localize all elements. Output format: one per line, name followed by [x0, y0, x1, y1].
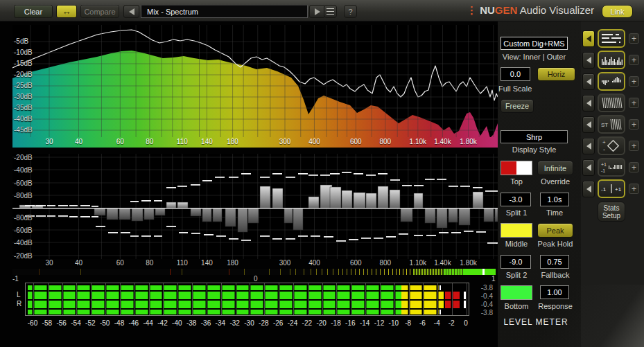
stats-setup-button[interactable]: StatsSetup: [598, 202, 625, 222]
split2-label: Split 2: [501, 271, 532, 279]
correlation-tick: [170, 269, 171, 275]
db-axis-label: -80dB: [14, 214, 33, 222]
module-collapse-button[interactable]: [582, 73, 595, 90]
correlation-tick: [327, 269, 328, 275]
freq-axis-label: 180: [221, 259, 245, 267]
module-collapse-button[interactable]: [582, 30, 595, 47]
help-button[interactable]: ?: [344, 5, 357, 18]
module-bar-histogram-button[interactable]: [598, 51, 625, 69]
db-axis-label: -40dB: [14, 166, 33, 174]
left-triangle-icon: [586, 78, 591, 85]
brand-logo: ⋮ NUGEN Audio Visualizer: [467, 4, 594, 17]
horiz-button[interactable]: Horiz: [537, 67, 575, 81]
correlation-tick: [392, 269, 393, 275]
clear-button[interactable]: Clear: [14, 5, 53, 18]
module-levels-lines-button[interactable]: [598, 29, 625, 48]
freeze-button[interactable]: Freeze: [501, 99, 534, 113]
module-add-button[interactable]: +: [629, 76, 639, 87]
split1-value[interactable]: -3.0: [501, 193, 531, 206]
compare-button[interactable]: Compare: [80, 5, 119, 18]
db-axis-label: -20dB: [14, 154, 33, 161]
peak-hold-button[interactable]: Peak: [537, 223, 573, 238]
display-style-value[interactable]: Shrp: [501, 130, 568, 143]
correlation-histogram-icon: +1-1: [600, 160, 623, 175]
freq-axis-label: 600: [344, 138, 367, 145]
module-collapse-button[interactable]: [582, 95, 595, 112]
module-dual-spectrum-button[interactable]: [598, 72, 625, 91]
correlation-tick: [388, 269, 389, 275]
svg-text:ST: ST: [601, 122, 608, 128]
module-add-button[interactable]: +: [629, 162, 639, 172]
db-axis-label: -40dB: [14, 239, 33, 247]
stereo-comb-icon: ST: [600, 117, 623, 132]
module-add-button[interactable]: +: [629, 98, 639, 108]
db-axis-label: -30dB: [14, 93, 33, 100]
spectrum-display: -5dB-10dB-15dB-20dB-25dB-30dB-35dB-40dB-…: [12, 25, 498, 137]
freq-axis-label: 140: [195, 259, 218, 267]
display-style-label: Display Style: [498, 145, 571, 154]
correlation-tick: [403, 269, 403, 275]
module-collapse-button[interactable]: [582, 138, 595, 154]
freq-axis-label: 80: [138, 138, 162, 145]
db-axis-label: -60dB: [14, 226, 33, 234]
top-color-right: [516, 161, 532, 175]
freq-axis-label: 400: [302, 259, 326, 267]
freq-axis-label: 140: [195, 138, 218, 145]
freq-axis-label: 800: [374, 259, 397, 267]
freq-axis-label: 1.10k: [406, 259, 430, 267]
split2-value[interactable]: -9.0: [501, 255, 531, 269]
middle-color-swatch[interactable]: [501, 223, 532, 238]
module-collapse-button[interactable]: [582, 181, 595, 197]
display-preset-box[interactable]: Custom Dig+RMS: [501, 37, 568, 50]
preset-name-field[interactable]: Mix - Spectrum: [141, 5, 308, 18]
fallback-label: Fallback: [534, 271, 577, 279]
preset-menu-button[interactable]: [324, 5, 337, 18]
module-add-button[interactable]: +: [629, 141, 639, 151]
top-color-swatch[interactable]: [501, 161, 532, 175]
full-scale-value[interactable]: 0.0: [501, 67, 530, 81]
module-diamond-pan-button[interactable]: +-: [598, 136, 625, 155]
correlation-tick: [396, 269, 397, 275]
preset-next-button[interactable]: [309, 5, 325, 18]
link-button[interactable]: Link: [602, 5, 633, 18]
view-mode-label[interactable]: View: Inner | Outer: [498, 53, 571, 61]
svg-text:+1: +1: [601, 162, 607, 167]
module-stereo-comb-button[interactable]: ST: [598, 115, 625, 134]
module-correlation-histogram-button[interactable]: +1-1: [598, 158, 625, 177]
module-comb-spectrogram-button[interactable]: [598, 94, 625, 112]
db-axis-label: -45dB: [14, 126, 33, 134]
module-collapse-button[interactable]: [582, 52, 595, 69]
module-add-button[interactable]: +: [629, 33, 639, 44]
module-balance-meter-button[interactable]: -1+1: [598, 179, 625, 198]
module-collapse-button[interactable]: [582, 159, 595, 176]
right-triangle-icon: [315, 8, 320, 15]
module-row: ST+: [581, 115, 644, 134]
module-collapse-button[interactable]: [582, 116, 595, 133]
correlation-tick: [182, 269, 182, 275]
module-add-button[interactable]: +: [629, 184, 639, 194]
dual-spectrum-icon: [600, 74, 623, 89]
freq-axis-label: 1.40k: [430, 138, 454, 145]
swap-compare-icon-button[interactable]: ↔: [56, 5, 77, 18]
module-row: +1-1+: [581, 158, 644, 177]
fallback-value[interactable]: 0.75: [540, 255, 569, 269]
db-axis-label: -10dB: [14, 48, 33, 56]
brand-mark-icon: ⋮: [467, 4, 477, 16]
correlation-tick: [342, 269, 343, 275]
correlation-tick: [39, 269, 40, 275]
correlation-tick: [376, 269, 376, 275]
module-add-button[interactable]: +: [629, 55, 639, 65]
stereo-spectrum-frequency-axis: 304060801101401803004006008001.10k1.40k1…: [12, 259, 498, 269]
correlation-tick: [347, 269, 347, 275]
override-button[interactable]: Infinite: [537, 161, 573, 175]
correlation-tick: [406, 269, 407, 275]
stereo-spectrum-display: -20dB-40dB-60dB-80dB-80dB-60dB-40dB-20dB: [12, 154, 498, 259]
correlation-tick: [333, 269, 333, 275]
preset-prev-button[interactable]: [123, 5, 139, 18]
module-add-button[interactable]: +: [629, 119, 639, 130]
correlation-tick: [80, 269, 81, 275]
correlation-tick: [351, 269, 351, 275]
time-value[interactable]: 1.0s: [540, 193, 569, 206]
freq-axis-label: 800: [374, 138, 397, 145]
correlation-tick: [311, 269, 311, 275]
